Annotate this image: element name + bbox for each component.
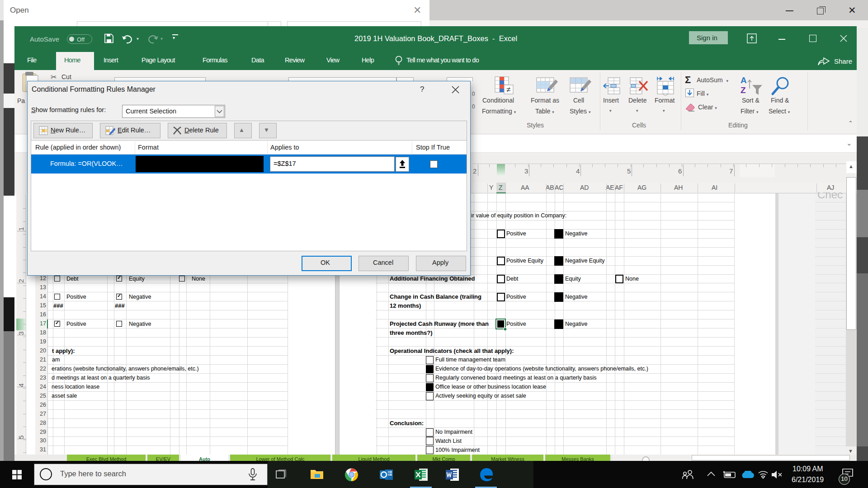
svg-text:≠: ≠ — [506, 85, 510, 94]
svg-text:Z: Z — [741, 85, 746, 95]
svg-text:A: A — [741, 75, 747, 85]
